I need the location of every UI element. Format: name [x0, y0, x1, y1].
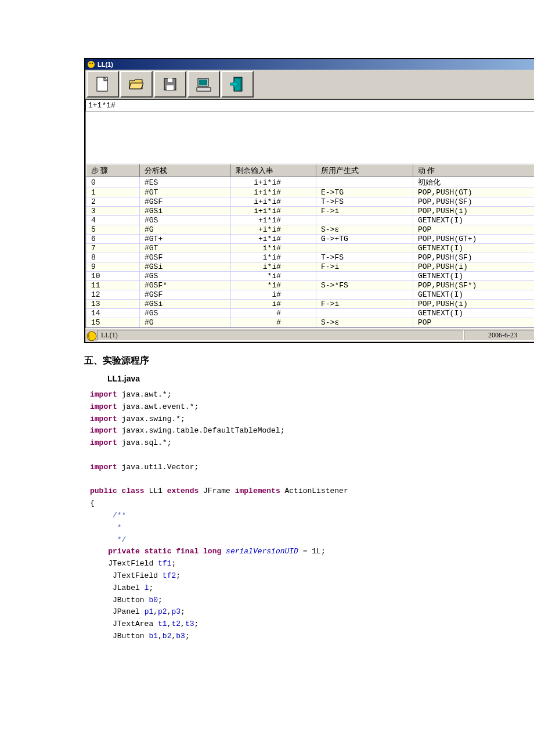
code-filename: LL1.java: [107, 374, 534, 383]
table-cell: GETNEXT(I): [413, 290, 535, 300]
toolbar: [85, 70, 534, 99]
table-cell: S->*FS: [316, 281, 413, 290]
table-row[interactable]: 0#ESi+i*i#初始化: [86, 177, 535, 188]
table-cell: G->+TG: [316, 235, 413, 244]
status-app: LL(1): [97, 330, 464, 341]
table-cell: i+i*i#: [231, 207, 316, 216]
table-cell: POP,PUSH(SF): [413, 197, 535, 207]
table-cell: i+i*i#: [231, 188, 316, 197]
table-cell: 4: [86, 216, 140, 225]
toolbar-exit-button[interactable]: [221, 71, 254, 98]
section-heading: 五、实验源程序: [84, 355, 534, 367]
table-cell: F->i: [316, 207, 413, 216]
table-row[interactable]: 8#GSFi*i#T->FSPOP,PUSH(SF): [86, 253, 535, 262]
statusbar: LL(1) 2006-6-23 10:15: [85, 328, 534, 342]
table-cell: GETNEXT(I): [413, 309, 535, 318]
toolbar-print-button[interactable]: [187, 71, 220, 98]
blank-area: [85, 111, 534, 164]
table-cell: 12: [86, 290, 140, 300]
svg-rect-12: [197, 88, 211, 91]
table-row[interactable]: 11#GSF**i#S->*FSPOP,PUSH(SF*): [86, 281, 535, 290]
table-row[interactable]: 15#G#S->εPOP: [86, 318, 535, 327]
svg-point-0: [88, 61, 95, 68]
table-cell: 3: [86, 207, 140, 216]
table-row[interactable]: 13#GSii#F->iPOP,PUSH(i): [86, 300, 535, 309]
table-cell: #GSi: [140, 300, 231, 309]
table-cell: POP,PUSH(i): [413, 262, 535, 272]
table-cell: #GSi: [140, 207, 231, 216]
table-cell: 1: [86, 188, 140, 197]
table-row[interactable]: 14#GS#GETNEXT(I): [86, 309, 535, 318]
table-cell: POP,PUSH(SF*): [413, 281, 535, 290]
app-window: LL(1) _ □ ✕ i+i*i# ▲ ▼ 步 骤分析栈剩余输入串所用产生式动: [84, 58, 534, 343]
table-row[interactable]: 10#GS*i#GETNEXT(I): [86, 272, 535, 281]
titlebar[interactable]: LL(1) _ □ ✕: [85, 59, 534, 70]
table-cell: [316, 272, 413, 281]
table-cell: #GS: [140, 216, 231, 225]
table-cell: [316, 177, 413, 188]
table-row[interactable]: 5#G+i*i#S->εPOP: [86, 225, 535, 235]
table-cell: 初始化: [413, 177, 535, 188]
svg-rect-9: [168, 78, 172, 82]
table-cell: i*i#: [231, 253, 316, 262]
table-row[interactable]: 3#GSii+i*i#F->iPOP,PUSH(i): [86, 207, 535, 216]
app-icon: [86, 60, 96, 69]
table-cell: #GT: [140, 244, 231, 253]
table-row[interactable]: 4#GS+i*i#GETNEXT(I): [86, 216, 535, 225]
table-cell: #GSF: [140, 290, 231, 300]
table-cell: #GT+: [140, 235, 231, 244]
svg-rect-8: [167, 85, 174, 90]
table-cell: POP,PUSH(GT): [413, 188, 535, 197]
table-row[interactable]: 7#GTi*i#GETNEXT(I): [86, 244, 535, 253]
window-title: LL(1): [98, 61, 113, 68]
table-cell: 7: [86, 244, 140, 253]
table-cell: [316, 244, 413, 253]
code-block: import java.awt.*; import java.awt.event…: [90, 389, 534, 643]
col-header[interactable]: 剩余输入串: [231, 165, 316, 177]
table-row[interactable]: 1#GTi+i*i#E->TGPOP,PUSH(GT): [86, 188, 535, 197]
toolbar-new-button[interactable]: [86, 71, 119, 98]
table-cell: 11: [86, 281, 140, 290]
table-cell: 0: [86, 177, 140, 188]
table-cell: #G: [140, 225, 231, 235]
table-cell: +i*i#: [231, 235, 316, 244]
table-cell: 2: [86, 197, 140, 207]
table-cell: i+i*i#: [231, 177, 316, 188]
table-cell: GETNEXT(I): [413, 272, 535, 281]
table-row[interactable]: 12#GSFi#GETNEXT(I): [86, 290, 535, 300]
table-cell: #ES: [140, 177, 231, 188]
svg-point-2: [92, 63, 93, 64]
folder-icon: [127, 75, 146, 93]
table-cell: T->FS: [316, 253, 413, 262]
table-cell: #G: [140, 318, 231, 327]
table-cell: T->FS: [316, 197, 413, 207]
table-cell: [316, 309, 413, 318]
table-row[interactable]: 6#GT++i*i#G->+TGPOP,PUSH(GT+): [86, 235, 535, 244]
table-cell: #GS: [140, 272, 231, 281]
table-cell: 10: [86, 272, 140, 281]
table-cell: F->i: [316, 300, 413, 309]
col-header[interactable]: 分析栈: [140, 165, 231, 177]
table-cell: F->i: [316, 262, 413, 272]
table-cell: GETNEXT(I): [413, 244, 535, 253]
toolbar-open-button[interactable]: [120, 71, 153, 98]
table-cell: i#: [231, 300, 316, 309]
col-header[interactable]: 所用产生式: [316, 165, 413, 177]
table-cell: POP,PUSH(GT+): [413, 235, 535, 244]
table-cell: #GSi: [140, 262, 231, 272]
input-field[interactable]: i+i*i#: [85, 99, 534, 111]
col-header[interactable]: 步 骤: [86, 165, 140, 177]
table-cell: #: [231, 309, 316, 318]
col-header[interactable]: 动 作: [413, 165, 535, 177]
table-row[interactable]: 9#GSii*i#F->iPOP,PUSH(i): [86, 262, 535, 272]
table-cell: +i*i#: [231, 225, 316, 235]
table-row[interactable]: 2#GSFi+i*i#T->FSPOP,PUSH(SF): [86, 197, 535, 207]
status-icon: [86, 331, 97, 340]
table-cell: GETNEXT(I): [413, 216, 535, 225]
toolbar-save-button[interactable]: [154, 71, 186, 98]
table-cell: +i*i#: [231, 216, 316, 225]
table-cell: i*i#: [231, 244, 316, 253]
table-cell: S->ε: [316, 225, 413, 235]
table-cell: 15: [86, 318, 140, 327]
table-cell: 9: [86, 262, 140, 272]
